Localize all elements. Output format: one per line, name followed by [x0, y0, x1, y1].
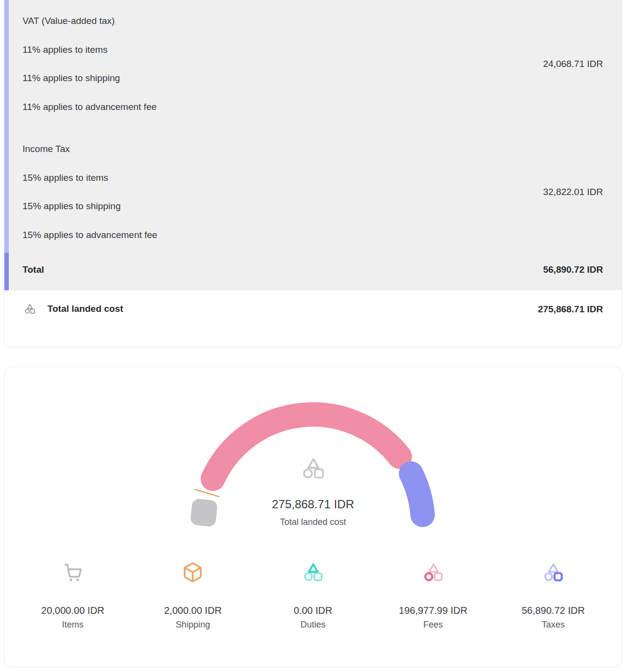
legend-item-duties: 0.00 IDR Duties [253, 562, 373, 632]
landed-cost-shapes-icon [304, 459, 323, 477]
legend-shipping-amount: 2,000.00 IDR [133, 604, 253, 617]
income-tax-line-advancement: 15% applies to advancement fee [22, 221, 157, 250]
landed-cost-shapes-icon [24, 303, 36, 315]
legend-item-items: 20,000.00 IDR Items [13, 562, 133, 632]
vat-header: VAT (Value-added tax) [22, 7, 156, 36]
landed-cost-page: VAT (Value-added tax) 11% applies to ite… [0, 0, 626, 672]
vat-line-advancement: 11% applies to advancement fee [22, 93, 156, 122]
vat-lines: VAT (Value-added tax) 11% applies to ite… [22, 7, 156, 121]
total-landed-cost-left: Total landed cost [24, 303, 123, 315]
legend-duties-amount: 0.00 IDR [253, 604, 373, 617]
legend-item-fees: 196,977.99 IDR Fees [373, 562, 493, 632]
legend-taxes-amount: 56,890.72 IDR [493, 604, 613, 617]
income-tax-line-items: 15% applies to items [22, 164, 157, 193]
taxes-total-amount: 56,890.72 IDR [543, 264, 603, 275]
shapes-triangle-icon [253, 562, 373, 583]
cart-icon [13, 562, 133, 583]
scrollbar-thumb[interactable] [4, 253, 9, 290]
income-tax-header: Income Tax [22, 135, 157, 164]
legend-taxes-label: Taxes [493, 617, 613, 632]
taxes-total-row: Total 56,890.72 IDR [22, 249, 603, 290]
scrollbar [4, 0, 9, 290]
taxes-total-label: Total [22, 264, 44, 275]
shapes-square-icon [493, 562, 613, 583]
income-tax-amount: 32,822.01 IDR [543, 187, 603, 197]
scrollbar-track [4, 0, 9, 253]
gauge-segment-items [190, 498, 218, 527]
package-icon [133, 562, 253, 583]
gauge-legend: 20,000.00 IDR Items 2,000.00 IDR Shippin… [13, 562, 613, 632]
vat-line-shipping: 11% applies to shipping [22, 64, 156, 93]
legend-items-amount: 20,000.00 IDR [13, 604, 133, 617]
gauge-segment-taxes [411, 474, 423, 515]
legend-duties-label: Duties [253, 617, 373, 632]
vat-amount: 24,068.71 IDR [543, 59, 603, 69]
vat-group: VAT (Value-added tax) 11% applies to ite… [22, 7, 603, 121]
vat-line-items: 11% applies to items [22, 36, 156, 65]
legend-items-label: Items [13, 617, 133, 632]
tax-detail-panel: VAT (Value-added tax) 11% applies to ite… [4, 0, 622, 290]
shapes-circle-icon [373, 562, 493, 583]
income-tax-lines: Income Tax 15% applies to items 15% appl… [22, 135, 157, 249]
total-landed-cost-row: Total landed cost 275,868.71 IDR [4, 290, 622, 348]
income-tax-line-shipping: 15% applies to shipping [22, 192, 157, 221]
legend-shipping-label: Shipping [133, 617, 253, 632]
total-landed-cost-label: Total landed cost [47, 303, 123, 314]
legend-item-taxes: 56,890.72 IDR Taxes [493, 562, 613, 632]
legend-item-shipping: 2,000.00 IDR Shipping [133, 562, 253, 632]
landed-cost-gauge-chart [4, 367, 622, 536]
total-landed-cost-amount: 275,868.71 IDR [538, 303, 603, 316]
landed-cost-chart-card: 275,868.71 IDR Total landed cost 20,000.… [4, 367, 622, 667]
legend-fees-amount: 196,977.99 IDR [373, 604, 493, 617]
tax-breakdown-card: VAT (Value-added tax) 11% applies to ite… [4, 0, 622, 348]
income-tax-group: Income Tax 15% applies to items 15% appl… [22, 135, 603, 249]
legend-fees-label: Fees [373, 617, 493, 632]
